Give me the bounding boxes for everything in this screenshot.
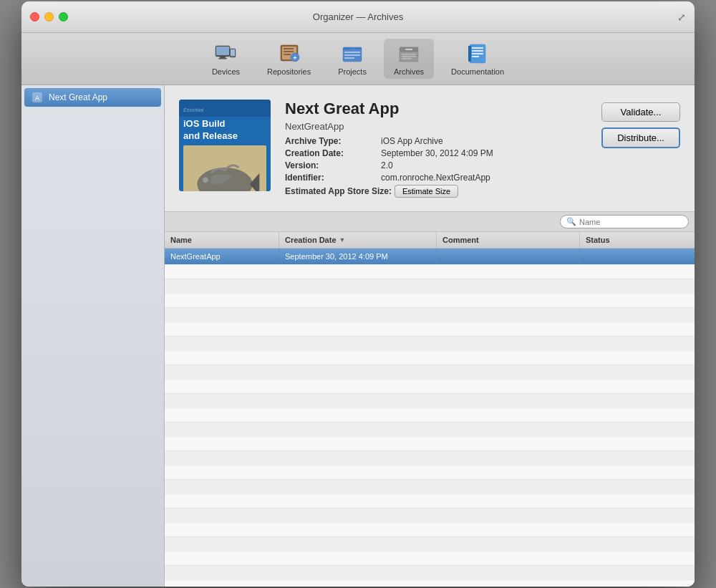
toolbar: Devices + Repositories <box>21 33 695 85</box>
svg-point-6 <box>232 57 233 58</box>
svg-rect-25 <box>472 47 483 49</box>
toolbar-item-devices[interactable]: Devices <box>202 39 250 79</box>
empty-row <box>165 437 695 451</box>
archives-table-section: 🔍 Name Creation Date ▼ Comment <box>165 212 695 587</box>
svg-rect-26 <box>472 50 483 52</box>
validate-button[interactable]: Validate... <box>601 102 680 122</box>
archive-type-label: Archive Type: <box>285 136 378 146</box>
empty-row <box>165 365 695 380</box>
empty-row <box>165 380 695 394</box>
empty-row <box>165 322 695 337</box>
organizer-window: Organizer — Archives ⤢ Devices <box>21 1 695 587</box>
empty-row <box>165 308 695 322</box>
sidebar-item-next-great-app[interactable]: A Next Great App <box>24 88 161 107</box>
empty-row <box>165 351 695 365</box>
table-header: Name Creation Date ▼ Comment Status <box>165 232 695 249</box>
empty-row <box>165 480 695 494</box>
sidebar-item-label: Next Great App <box>49 92 107 102</box>
column-header-comment[interactable]: Comment <box>437 232 580 248</box>
empty-row <box>165 408 695 423</box>
toolbar-item-repositories[interactable]: + Repositories <box>257 39 321 79</box>
estimate-size-button[interactable]: Estimate Size <box>395 185 458 198</box>
expand-icon[interactable]: ⤢ <box>677 11 686 23</box>
svg-rect-29 <box>468 46 471 62</box>
close-button[interactable] <box>30 12 39 21</box>
cell-comment <box>437 249 580 264</box>
svg-rect-1 <box>216 47 229 55</box>
book-tag: Essential <box>183 107 203 112</box>
documentation-label: Documentation <box>451 67 504 76</box>
svg-rect-21 <box>402 54 416 55</box>
empty-row <box>165 523 695 537</box>
search-bar: 🔍 <box>165 212 695 232</box>
action-buttons: Validate... Distribute... <box>601 102 680 200</box>
app-store-size-label: Estimated App Store Size: <box>285 186 392 196</box>
window-title: Organizer — Archives <box>313 11 403 22</box>
svg-rect-22 <box>402 56 416 57</box>
book-title-1: iOS Build <box>183 118 266 130</box>
archives-label: Archives <box>394 67 424 76</box>
svg-rect-28 <box>472 56 479 57</box>
app-name: Next Great App <box>285 100 587 118</box>
empty-row <box>165 566 695 580</box>
column-header-status[interactable]: Status <box>580 232 695 248</box>
cell-status <box>580 249 695 264</box>
svg-text:A: A <box>35 95 39 102</box>
identifier-label: Identifier: <box>285 173 378 183</box>
documentation-icon <box>466 42 489 64</box>
sort-arrow-icon: ▼ <box>339 236 346 244</box>
svg-rect-2 <box>220 57 226 58</box>
archive-type-value: iOS App Archive <box>381 136 443 146</box>
app-info: Next Great App NextGreatApp Archive Type… <box>285 100 587 200</box>
distribute-button[interactable]: Distribute... <box>601 127 680 148</box>
table-body: NextGreatApp September 30, 2012 4:09 PM <box>165 249 695 587</box>
creation-date-row: Creation Date: September 30, 2012 4:09 P… <box>285 148 587 158</box>
empty-row <box>165 494 695 509</box>
svg-rect-9 <box>284 48 294 49</box>
toolbar-item-documentation[interactable]: Documentation <box>441 39 514 79</box>
devices-label: Devices <box>212 67 240 76</box>
table-row[interactable]: NextGreatApp September 30, 2012 4:09 PM <box>165 249 695 265</box>
search-input-wrapper: 🔍 <box>560 215 689 228</box>
app-icon: Essential iOS Build and Release <box>179 100 271 191</box>
archive-type-row: Archive Type: iOS App Archive <box>285 136 587 146</box>
repositories-icon: + <box>278 42 301 64</box>
empty-row <box>165 337 695 351</box>
toolbar-item-archives[interactable]: Archives <box>384 39 434 79</box>
titlebar: Organizer — Archives ⤢ <box>21 1 695 33</box>
app-icon-wrapper: Essential iOS Build and Release <box>179 100 271 200</box>
version-row: Version: 2.0 <box>285 160 587 170</box>
minimize-button[interactable] <box>44 12 54 21</box>
search-input[interactable] <box>579 218 682 226</box>
archives-icon <box>397 42 420 64</box>
empty-row <box>165 451 695 466</box>
svg-rect-5 <box>231 49 235 56</box>
projects-label: Projects <box>338 67 367 76</box>
svg-text:+: + <box>293 54 296 62</box>
right-panel: Essential iOS Build and Release <box>165 85 695 587</box>
empty-row <box>165 537 695 551</box>
fish-illustration <box>183 145 266 191</box>
search-icon: 🔍 <box>566 217 576 226</box>
toolbar-item-projects[interactable]: Projects <box>328 39 377 79</box>
empty-row <box>165 265 695 279</box>
repositories-label: Repositories <box>267 67 311 76</box>
version-label: Version: <box>285 160 378 170</box>
app-store-size-row: Estimated App Store Size: Estimate Size <box>285 185 587 198</box>
empty-row <box>165 294 695 308</box>
identifier-row: Identifier: com.ronroche.NextGreatApp <box>285 173 587 183</box>
empty-row <box>165 509 695 523</box>
maximize-button[interactable] <box>59 12 68 21</box>
svg-rect-23 <box>402 58 412 59</box>
empty-row <box>165 580 695 587</box>
column-header-name[interactable]: Name <box>165 232 279 248</box>
svg-rect-20 <box>405 49 412 50</box>
sidebar: A Next Great App <box>21 85 165 587</box>
version-value: 2.0 <box>381 160 393 170</box>
column-header-creation-date[interactable]: Creation Date ▼ <box>279 232 437 248</box>
empty-row <box>165 423 695 437</box>
identifier-value: com.ronroche.NextGreatApp <box>381 173 490 183</box>
devices-icon <box>214 42 237 64</box>
svg-rect-15 <box>344 52 360 53</box>
app-detail-section: Essential iOS Build and Release <box>165 85 695 212</box>
